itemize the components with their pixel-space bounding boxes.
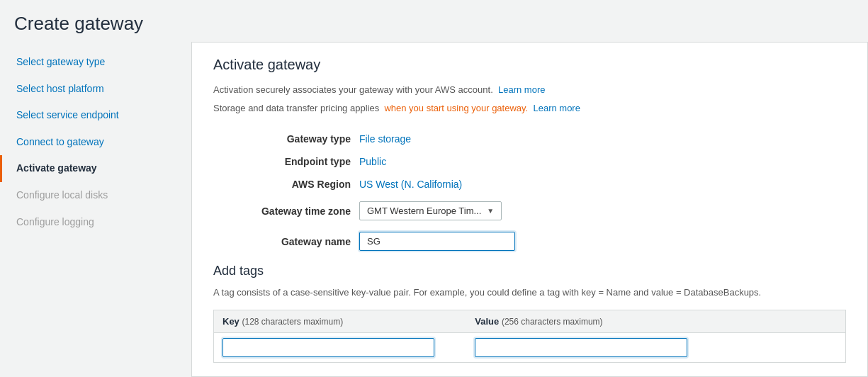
field-row-aws-region: AWS Region US West (N. California) (213, 173, 846, 196)
activate-gateway-title: Activate gateway (213, 57, 846, 73)
endpoint-type-label: Endpoint type (213, 150, 355, 173)
tag-action-cell (719, 332, 845, 362)
learn-more-link-1[interactable]: Learn more (498, 84, 545, 95)
tags-table-header-row: Key (128 characters maximum) Value (256 … (214, 310, 846, 332)
gateway-name-value (355, 226, 846, 257)
sidebar-item-connect-to-gateway[interactable]: Connect to gateway (0, 129, 191, 156)
form-table: Gateway type File storage Endpoint type (213, 128, 846, 257)
tag-key-input[interactable] (222, 338, 434, 357)
endpoint-type-value: Public (355, 150, 846, 173)
gateway-timezone-dropdown[interactable]: GMT Western Europe Tim... ▼ (359, 201, 502, 220)
gateway-name-input[interactable] (359, 232, 515, 251)
main-content: Activate gateway Activation securely ass… (191, 42, 868, 377)
value-column-header: Value (256 characters maximum) (466, 310, 719, 332)
sidebar: Select gateway type Select host platform… (0, 42, 191, 377)
sidebar-item-configure-local-disks: Configure local disks (0, 182, 191, 209)
tags-table: Key (128 characters maximum) Value (256 … (213, 310, 846, 363)
aws-region-value: US West (N. California) (355, 173, 846, 196)
tags-info: A tag consists of a case-sensitive key-v… (213, 286, 846, 300)
field-row-endpoint-type: Endpoint type Public (213, 150, 846, 173)
gateway-type-label: Gateway type (213, 128, 355, 150)
pricing-highlight: when you start using your gateway. (384, 103, 528, 113)
chevron-down-icon: ▼ (487, 207, 494, 215)
sidebar-item-configure-logging: Configure logging (0, 209, 191, 236)
content-scroll[interactable]: Activate gateway Activation securely ass… (192, 43, 867, 376)
tags-table-input-row (214, 332, 846, 362)
info-line1: Activation securely associates your gate… (213, 83, 846, 97)
tag-value-input[interactable] (475, 338, 687, 357)
add-tags-title: Add tags (213, 264, 846, 278)
page-title: Create gateway (14, 13, 854, 35)
aws-region-label: AWS Region (213, 173, 355, 196)
action-column-header (719, 310, 845, 332)
field-row-gateway-timezone: Gateway time zone GMT Western Europe Tim… (213, 196, 846, 226)
sidebar-item-select-service-endpoint[interactable]: Select service endpoint (0, 102, 191, 129)
field-row-gateway-type: Gateway type File storage (213, 128, 846, 150)
learn-more-link-2[interactable]: Learn more (533, 103, 580, 113)
page-title-area: Create gateway (0, 0, 868, 42)
field-row-gateway-name: Gateway name (213, 226, 846, 257)
main-layout: Select gateway type Select host platform… (0, 42, 868, 377)
tag-value-cell (466, 332, 719, 362)
gateway-timezone-label: Gateway time zone (213, 196, 355, 226)
sidebar-item-select-host-platform[interactable]: Select host platform (0, 76, 191, 103)
tag-key-cell (214, 332, 467, 362)
key-column-header: Key (128 characters maximum) (214, 310, 467, 332)
sidebar-item-select-gateway-type[interactable]: Select gateway type (0, 49, 191, 76)
info-line2: Storage and data transfer pricing applie… (213, 101, 846, 116)
page-wrapper: Create gateway Select gateway type Selec… (0, 0, 868, 377)
sidebar-item-activate-gateway: Activate gateway (0, 155, 191, 182)
gateway-type-value: File storage (355, 128, 846, 150)
gateway-timezone-value: GMT Western Europe Tim... ▼ (355, 196, 846, 226)
gateway-name-label: Gateway name (213, 226, 355, 257)
